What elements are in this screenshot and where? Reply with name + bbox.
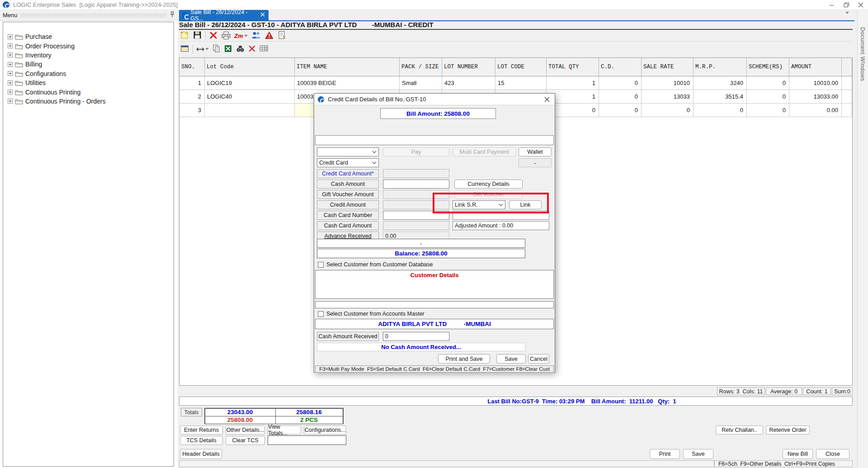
cell-sno[interactable]: 1 <box>179 76 205 90</box>
sheet-icon[interactable] <box>180 44 189 54</box>
print-and-save-button[interactable]: Print and Save <box>438 354 490 364</box>
expand-icon[interactable] <box>8 34 13 39</box>
cell-sale-rate[interactable]: 0 <box>642 104 693 117</box>
notes-icon[interactable] <box>277 30 287 41</box>
col-header[interactable]: LOT NUMBER <box>442 58 495 76</box>
cell-amount[interactable]: 0.00 <box>789 104 842 117</box>
col-header[interactable]: ITEM NAME <box>295 58 400 76</box>
card-type-select[interactable] <box>317 147 379 156</box>
col-header[interactable]: LOT CODE <box>495 58 547 76</box>
header-details-button[interactable]: Header Details <box>180 449 222 459</box>
cell-mrp[interactable]: 0 <box>693 104 747 117</box>
expand-icon[interactable] <box>8 52 13 57</box>
dialog-save-button[interactable]: Save <box>496 354 526 364</box>
cell-cd[interactable]: 0 <box>599 90 642 104</box>
reterive-order-button[interactable]: Reterive Order <box>766 425 810 435</box>
enter-returns-button[interactable]: Enter Returns <box>180 425 223 435</box>
link-button[interactable]: Link <box>509 200 542 209</box>
cell-scheme[interactable]: 0 <box>747 104 789 117</box>
pin-icon[interactable] <box>170 11 175 19</box>
col-header[interactable]: SNO. <box>179 58 205 76</box>
col-header[interactable]: SALE RATE <box>642 58 693 76</box>
cash-amount-input[interactable] <box>383 180 449 189</box>
print-button[interactable]: Print <box>650 449 680 459</box>
cell-total-qty[interactable]: 1 <box>547 76 599 90</box>
cash-amount-received-input[interactable]: 0 <box>383 332 449 341</box>
tree-item-inventory[interactable]: Inventory <box>3 51 174 60</box>
col-header[interactable]: AMOUNT <box>789 58 842 76</box>
restore-button[interactable] <box>839 0 854 10</box>
cell-lot-code[interactable]: LOGIC40 <box>205 90 295 104</box>
cell-sale-rate[interactable]: 13033 <box>642 90 693 104</box>
grid-icon[interactable] <box>259 44 269 54</box>
customers-icon[interactable] <box>251 31 261 41</box>
tree-item-order-processing[interactable]: Order Processing <box>3 41 174 50</box>
expand-icon[interactable] <box>8 62 13 67</box>
dialog-titlebar[interactable]: Credit Card Details of Bill No.:GST-10 <box>314 94 555 105</box>
tcs-value-input[interactable] <box>268 435 346 445</box>
cell-mrp[interactable]: 3240 <box>693 76 747 90</box>
tab-close-icon[interactable] <box>260 12 265 19</box>
cell-sno[interactable]: 3 <box>179 104 205 117</box>
clear-tcs-button[interactable]: Clear TCS <box>226 436 265 445</box>
cell-cd[interactable]: 0 <box>599 104 642 117</box>
tree-item-utilities[interactable]: Utilities <box>3 78 174 87</box>
col-header[interactable]: SCHEME(RS) <box>747 58 789 76</box>
print-icon[interactable] <box>221 31 231 41</box>
cell-scheme[interactable]: 0 <box>747 76 789 90</box>
tree-item-continuous-printing[interactable]: Continuous Printing <box>3 87 174 96</box>
cell-lot-code[interactable]: LOGIC19 <box>205 76 295 90</box>
document-windows-strip[interactable]: Document WIndows <box>857 10 868 468</box>
close-button[interactable]: Close <box>816 449 849 459</box>
cell-pack-size[interactable]: Small <box>400 76 442 90</box>
export-excel-icon[interactable] <box>224 44 232 54</box>
cell-amount[interactable]: 10010.00 <box>789 76 842 90</box>
cell-sale-rate[interactable]: 10010 <box>642 76 693 90</box>
delete-icon[interactable] <box>209 31 218 41</box>
cell-sno[interactable]: 2 <box>179 90 205 104</box>
cell-amount[interactable]: 13033.00 <box>789 90 842 104</box>
payment-mode-select[interactable]: Credit Card <box>317 158 379 167</box>
tree-item-continuous-printing-orders[interactable]: Continuous Printing - Orders <box>3 97 174 106</box>
expand-icon[interactable] <box>8 99 13 104</box>
cell-scheme[interactable]: 0 <box>747 90 789 104</box>
link-sr-select[interactable]: Link S.R. <box>453 200 505 209</box>
cell-mrp[interactable]: 3515.4 <box>693 90 747 104</box>
cell-lot-code[interactable] <box>205 104 295 117</box>
new-bill-icon[interactable] <box>180 30 189 41</box>
close-window-button[interactable] <box>854 0 868 10</box>
column-resize-icon[interactable] <box>196 46 209 52</box>
cell-cd[interactable]: 0 <box>599 76 642 90</box>
col-header[interactable]: PACK / SIZE <box>400 58 442 76</box>
col-header[interactable]: M.R.P. <box>693 58 747 76</box>
col-header[interactable]: TOTAL QTY <box>547 58 599 76</box>
alert-icon[interactable] <box>264 31 274 41</box>
select-customer-db-checkbox[interactable] <box>318 262 324 268</box>
cell-lot-code2[interactable]: 15 <box>495 76 547 90</box>
tcs-details-button[interactable]: TCS Details <box>180 436 223 445</box>
tab-sale-bill[interactable]: Sale Bill - 26/12/2024 - GS... <box>179 10 269 20</box>
tree-item-configurations[interactable]: Configurations <box>3 69 174 78</box>
cell-lot-number[interactable]: 423 <box>442 76 495 90</box>
view-totals-button[interactable]: View Totals... <box>268 425 301 435</box>
expand-icon[interactable] <box>8 43 13 48</box>
copy-icon[interactable] <box>212 44 221 54</box>
dialog-close-icon[interactable] <box>543 95 551 104</box>
clear-icon[interactable] <box>248 45 256 54</box>
wallet-button[interactable]: Wallet <box>519 147 552 156</box>
tree-item-purchase[interactable]: Purchase <box>3 32 174 41</box>
expand-icon[interactable] <box>8 80 13 85</box>
expand-icon[interactable] <box>8 71 13 76</box>
zoom-icon[interactable]: Zm <box>234 33 248 39</box>
col-header[interactable]: Lot Code <box>205 58 295 76</box>
zoom-dropdown-icon[interactable] <box>244 35 248 37</box>
select-customer-accounts-label[interactable]: Select Customer from Accounts Master <box>326 311 425 317</box>
col-header[interactable]: C.D. <box>599 58 642 76</box>
configurations-button[interactable]: Configurations... <box>304 425 346 435</box>
cash-card-number-input[interactable] <box>383 211 449 220</box>
save-icon[interactable] <box>193 30 202 41</box>
select-customer-accounts-checkbox[interactable] <box>318 311 324 317</box>
save-button[interactable]: Save <box>683 449 713 459</box>
new-bill-button[interactable]: New Bill <box>783 449 813 459</box>
retv-challan-button[interactable]: Retv Challan.. <box>716 425 763 435</box>
